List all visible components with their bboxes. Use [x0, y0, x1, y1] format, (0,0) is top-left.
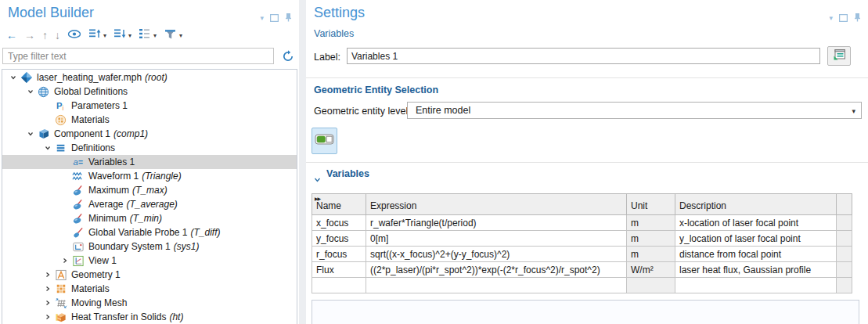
cell-description[interactable] — [675, 278, 837, 293]
probe-icon — [71, 212, 85, 225]
collapse-all-group[interactable]: ▾ — [113, 27, 131, 43]
definitions-icon — [54, 142, 67, 154]
chevron-down-icon[interactable] — [24, 88, 37, 95]
back-icon[interactable]: ← — [6, 30, 17, 41]
cell-spacer — [837, 278, 852, 293]
tree-item-minimum[interactable]: Minimum (T_min) — [2, 211, 297, 225]
tree-item-label: View 1 — [88, 255, 117, 266]
float-window-icon[interactable] — [270, 11, 279, 25]
chevron-down-icon[interactable] — [7, 74, 20, 81]
pin-icon[interactable] — [285, 11, 292, 25]
column-header-expression[interactable]: Expression — [366, 194, 627, 215]
float-window-icon[interactable] — [839, 11, 848, 25]
cell-name[interactable] — [312, 278, 366, 293]
tree-item-materials-component[interactable]: Materials — [2, 282, 297, 296]
table-row[interactable]: r_focus sqrt((x-x_focus)^2+(y-y_focus)^2… — [312, 247, 852, 262]
chevron-down-icon[interactable] — [41, 145, 54, 151]
table-row[interactable]: Flux ((2*p_laser)/(pi*r_spot^2))*exp(-(2… — [312, 262, 852, 278]
chevron-down-icon[interactable]: ▾ — [179, 32, 182, 39]
probe-icon — [71, 198, 85, 211]
expand-all-group[interactable]: ▾ — [88, 27, 106, 43]
chevron-down-icon[interactable]: ▾ — [153, 32, 157, 39]
tree-item-annotation: (T_min) — [130, 213, 162, 224]
move-down-icon[interactable]: ↓ — [55, 30, 60, 41]
tree-item-label: laser_heating_wafer.mph — [37, 72, 142, 83]
panel-menu-caret-icon[interactable]: ▾ — [829, 15, 833, 22]
tree-item-waveform-1[interactable]: Waveform 1 (Triangle) — [2, 169, 297, 183]
variables-section-header[interactable]: Variables — [326, 168, 369, 179]
column-header-name[interactable]: ▶▶Name — [312, 194, 366, 215]
tree-item-label: Variables 1 — [88, 157, 135, 167]
model-icon — [20, 71, 33, 84]
tree-item-geometry-1[interactable]: Geometry 1 — [2, 268, 297, 282]
cell-spacer — [837, 215, 852, 231]
refresh-icon[interactable] — [280, 49, 296, 64]
tree-item-view-1[interactable]: View 1 — [2, 254, 297, 268]
tree-item-moving-mesh[interactable]: Moving Mesh — [2, 296, 297, 310]
tree-item-boundary-system-1[interactable]: Boundary System 1 (sys1) — [2, 239, 297, 254]
collapse-all-icon[interactable] — [113, 27, 126, 43]
chevron-right-icon[interactable] — [41, 286, 54, 292]
cell-unit: m — [627, 215, 675, 231]
column-header-unit[interactable]: Unit — [627, 194, 675, 215]
tree-item-definitions[interactable]: Definitions — [2, 141, 297, 155]
filter-icon[interactable] — [164, 28, 177, 43]
tree-filter-input[interactable] — [2, 48, 274, 64]
chevron-right-icon[interactable] — [41, 300, 54, 306]
chevron-right-icon[interactable] — [59, 257, 71, 264]
cell-name[interactable]: x_focus — [312, 215, 366, 231]
geometric-entity-level-select[interactable]: Entire model ▾ — [407, 102, 862, 119]
tree-item-global-variable-probe-1[interactable]: Global Variable Probe 1 (T_diff) — [2, 225, 297, 239]
model-tree-node-text-icon[interactable] — [139, 27, 151, 43]
tree-item-materials-global[interactable]: Materials — [2, 113, 297, 127]
tree-item-maximum[interactable]: Maximum (T_max) — [2, 183, 297, 197]
move-up-icon[interactable]: ↑ — [42, 30, 48, 41]
chevron-down-icon[interactable]: ▾ — [128, 32, 131, 39]
expand-all-icon[interactable] — [88, 27, 101, 43]
chevron-down-icon[interactable]: ▾ — [103, 32, 106, 39]
pin-icon[interactable] — [854, 11, 861, 25]
tree-item-global-definitions[interactable]: Global Definitions — [2, 85, 297, 99]
cell-expression[interactable] — [366, 278, 627, 293]
chevron-down-icon: ▾ — [852, 108, 855, 115]
cell-expression[interactable]: 0[m] — [366, 231, 627, 247]
heat-transfer-icon — [54, 311, 67, 323]
table-row-empty[interactable] — [312, 278, 852, 293]
cell-description[interactable]: y_location of laser focal point — [675, 231, 837, 247]
tree-item-variables-1[interactable]: a= Variables 1 — [2, 155, 297, 169]
tree-item-parameters-1[interactable]: Pi Parameters 1 — [2, 99, 297, 113]
tree-item-heat-transfer-in-solids[interactable]: Heat Transfer in Solids (ht) — [2, 310, 297, 324]
chevron-down-icon[interactable] — [24, 131, 37, 137]
tree-item-root[interactable]: laser_heating_wafer.mph (root) — [2, 70, 297, 85]
label-input[interactable] — [347, 48, 820, 64]
node-text-group[interactable]: ▾ — [139, 27, 157, 43]
cell-expression[interactable]: r_wafer*Triangle(t/period) — [366, 215, 627, 231]
cell-expression[interactable]: ((2*p_laser)/(pi*r_spot^2))*exp(-(2*r_fo… — [366, 262, 627, 278]
settings-subtitle: Variables — [314, 28, 354, 39]
cell-expression[interactable]: sqrt((x-x_focus)^2+(y-y_focus)^2) — [366, 247, 627, 262]
node-properties-button[interactable] — [827, 46, 851, 66]
show-icon[interactable] — [67, 28, 81, 42]
cell-name[interactable]: y_focus — [312, 231, 366, 247]
cell-name[interactable]: r_focus — [312, 247, 366, 262]
chevron-right-icon[interactable] — [41, 314, 54, 320]
geometry-icon — [54, 268, 67, 281]
tree-item-component-1[interactable]: Component 1 (comp1) — [2, 127, 297, 141]
cell-description[interactable]: distance from focal point — [675, 247, 837, 262]
svg-text:a: a — [73, 157, 77, 167]
column-header-description[interactable]: Description — [675, 194, 837, 215]
active-selection-toggle-button[interactable] — [312, 128, 337, 154]
cell-description[interactable]: x-location of laser focal point — [675, 215, 837, 231]
view-icon — [71, 254, 85, 267]
table-row[interactable]: y_focus 0[m] m y_location of laser focal… — [312, 231, 852, 247]
chevron-right-icon[interactable] — [41, 272, 54, 278]
filter-group[interactable]: ▾ — [164, 28, 182, 43]
tree-item-average[interactable]: Average (T_average) — [2, 197, 297, 211]
panel-menu-caret-icon[interactable]: ▾ — [260, 15, 264, 22]
table-row[interactable]: x_focus r_wafer*Triangle(t/period) m x-l… — [312, 215, 852, 231]
cell-name[interactable]: Flux — [312, 262, 366, 278]
section-chevron-down-icon[interactable] — [314, 172, 321, 186]
cell-description[interactable]: laser heat flux, Gaussian profile — [675, 262, 837, 278]
forward-icon[interactable]: → — [24, 30, 35, 41]
variables-table-empty-area — [312, 300, 859, 324]
